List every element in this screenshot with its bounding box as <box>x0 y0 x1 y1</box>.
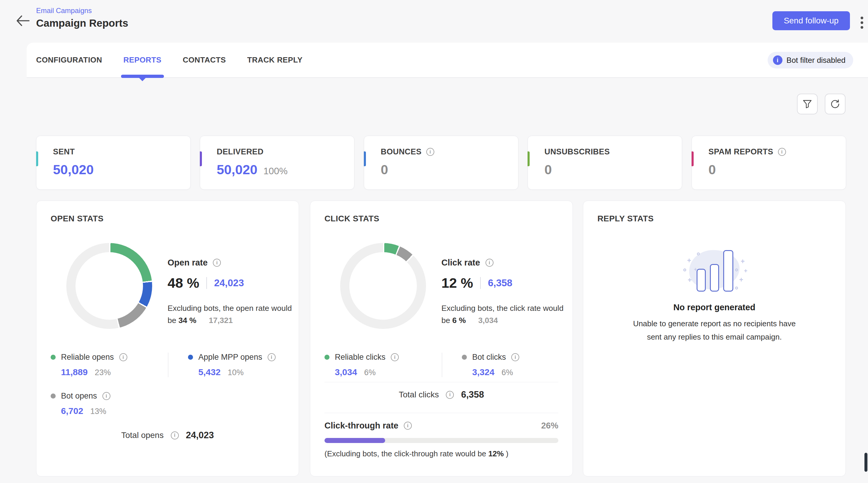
plus-decoration: + <box>687 257 691 264</box>
info-icon[interactable] <box>426 148 434 156</box>
total-opens-label: Total opens <box>121 431 163 440</box>
info-icon[interactable] <box>486 259 494 267</box>
illustration-bar-medium <box>710 264 719 291</box>
bot-clicks-value: 3,324 <box>472 367 494 377</box>
reliable-clicks-percent: 6% <box>364 368 376 377</box>
open-rate-block: Open rate 48 % 24,023 Excluding bots, th… <box>167 258 292 326</box>
info-icon[interactable] <box>778 148 786 156</box>
unsubscribes-card: UNSUBSCRIBES 0 <box>528 136 682 190</box>
sent-label: SENT <box>53 147 75 157</box>
open-rate-value: 48 % <box>167 275 199 291</box>
tab-bar: CONFIGURATION REPORTS CONTACTS TRACK REP… <box>27 43 868 78</box>
bot-clicks-percent: 6% <box>501 368 513 377</box>
bot-opens-value: 6,702 <box>61 406 83 416</box>
bot-clicks-dot <box>462 355 467 360</box>
legend-item-bot-opens: Bot opens 6,702 13% <box>51 392 168 416</box>
funnel-icon <box>803 99 812 109</box>
tab-contacts[interactable]: CONTACTS <box>183 43 226 77</box>
click-stats-legend: Reliable clicks 3,034 6% Bot clicks 3,32… <box>324 352 559 377</box>
click-rate-value: 12 % <box>441 275 473 291</box>
info-icon[interactable] <box>171 431 179 439</box>
open-excluding-bots-note: Excluding bots, the open rate would be 3… <box>167 302 292 326</box>
divider <box>324 413 558 413</box>
divider <box>206 277 207 289</box>
tab-configuration[interactable]: CONFIGURATION <box>36 43 102 77</box>
sent-value: 50,020 <box>53 162 94 177</box>
send-follow-up-button[interactable]: Send follow-up <box>772 11 850 30</box>
apple-mpp-opens-percent: 10% <box>228 368 244 377</box>
click-through-rate-percent: 26% <box>541 421 558 431</box>
info-icon[interactable] <box>119 353 127 361</box>
open-stats-title: OPEN STATS <box>51 214 104 223</box>
plus-decoration: + <box>694 267 697 272</box>
dot-decoration <box>697 253 700 255</box>
delivered-card: DELIVERED 50,020 100% <box>200 136 354 190</box>
donut-hole <box>75 252 143 320</box>
refresh-button[interactable] <box>825 94 845 114</box>
info-icon[interactable] <box>511 353 519 361</box>
legend-item-reliable-clicks: Reliable clicks 3,034 6% <box>324 352 442 377</box>
legend-item-bot-clicks: Bot clicks 3,324 6% <box>442 352 559 377</box>
vertical-scrollbar-thumb[interactable] <box>864 453 867 472</box>
info-icon[interactable] <box>404 422 412 430</box>
legend-item-apple-mpp-opens: Apple MPP opens 5,432 10% <box>168 352 285 377</box>
reliable-clicks-dot <box>324 355 330 360</box>
bot-opens-dot <box>51 394 56 399</box>
click-stats-title: CLICK STATS <box>324 214 379 223</box>
bot-opens-label: Bot opens <box>61 392 97 401</box>
delivered-value: 50,020 <box>217 162 257 177</box>
delivered-accent-bar <box>200 151 202 166</box>
dot-decoration <box>735 287 738 289</box>
reply-stats-title: REPLY STATS <box>597 214 654 223</box>
plus-decoration: + <box>739 277 743 283</box>
reliable-opens-dot <box>51 355 56 360</box>
bot-filter-disabled-badge[interactable]: Bot filter disabled <box>768 52 853 68</box>
open-stats-legend: Reliable opens 11,889 23% Apple MPP open… <box>51 352 285 416</box>
apple-mpp-opens-dot <box>188 355 193 360</box>
reply-stats-panel: REPLY STATS + + + + + + No report genera… <box>583 201 846 477</box>
total-opens-row: Total opens 24,023 <box>51 430 284 441</box>
more-options-kebab-icon[interactable] <box>857 13 866 31</box>
back-arrow-icon[interactable] <box>16 15 30 27</box>
click-through-rate-row: Click-through rate 26% <box>324 421 558 431</box>
click-excluding-count: 3,034 <box>478 316 498 325</box>
info-icon[interactable] <box>213 259 221 267</box>
plus-decoration: + <box>741 258 745 265</box>
sent-accent-bar <box>36 151 38 166</box>
bot-clicks-label: Bot clicks <box>472 352 506 362</box>
reliable-clicks-value: 3,034 <box>335 367 357 377</box>
refresh-icon <box>830 99 840 109</box>
bot-filter-badge-label: Bot filter disabled <box>786 56 845 65</box>
divider <box>480 277 481 289</box>
plus-decoration: + <box>688 277 691 284</box>
tab-track-reply[interactable]: TRACK REPLY <box>247 43 303 77</box>
click-through-rate-progress-bar <box>324 438 558 443</box>
unsubscribes-label: UNSUBSCRIBES <box>545 147 610 157</box>
open-rate-count: 24,023 <box>214 277 244 289</box>
breadcrumb-email-campaigns[interactable]: Email Campaigns <box>36 6 92 15</box>
delivered-percent: 100% <box>264 166 288 177</box>
plus-decoration: + <box>744 268 747 274</box>
spam-reports-value: 0 <box>708 162 716 177</box>
bounces-accent-bar <box>364 151 366 166</box>
tab-reports[interactable]: REPORTS <box>123 43 161 77</box>
unsubscribes-accent-bar <box>528 151 530 166</box>
click-rate-block: Click rate 12 % 6,358 Excluding bots, th… <box>441 258 566 326</box>
dot-decoration <box>735 268 738 272</box>
illustration-bar-tall <box>723 250 733 291</box>
open-stats-panel: OPEN STATS Open rate 48 % 24,023 Excludi… <box>36 201 299 477</box>
open-excluding-count: 17,321 <box>209 316 233 325</box>
reliable-opens-percent: 23% <box>95 368 111 377</box>
info-icon[interactable] <box>268 353 276 361</box>
filter-button[interactable] <box>797 94 818 114</box>
info-icon[interactable] <box>446 391 454 399</box>
spam-reports-label: SPAM REPORTS <box>708 147 773 157</box>
spam-reports-card: SPAM REPORTS 0 <box>691 136 846 190</box>
delivered-label: DELIVERED <box>217 147 264 157</box>
click-through-rate-progress-fill <box>324 438 385 443</box>
illustration-bar-small <box>696 269 706 291</box>
total-opens-value: 24,023 <box>186 430 214 441</box>
info-icon[interactable] <box>102 392 111 400</box>
info-icon[interactable] <box>391 353 399 361</box>
reliable-opens-label: Reliable opens <box>61 352 114 362</box>
